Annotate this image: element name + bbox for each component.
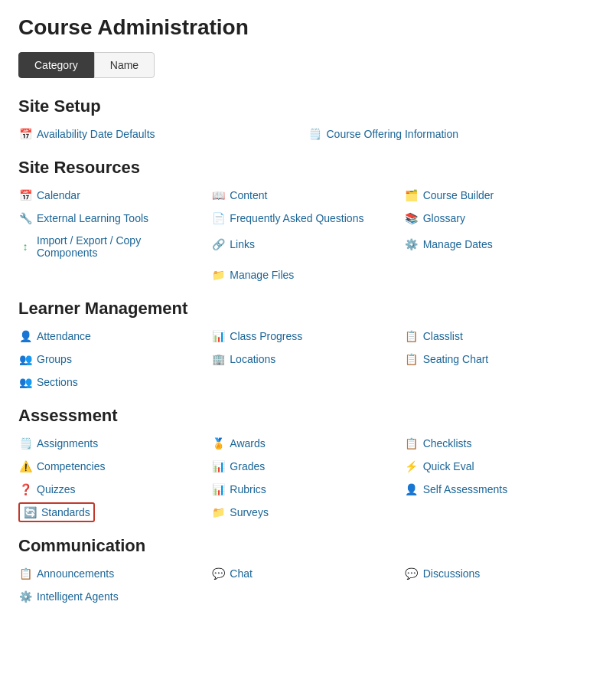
link-course-offering-information[interactable]: 🗒️ Course Offering Information xyxy=(308,124,598,144)
link-chat[interactable]: 💬 Chat xyxy=(211,564,404,583)
link-icon: 🔗 xyxy=(211,237,225,251)
link-label: Rubrics xyxy=(230,483,266,495)
link-standards[interactable]: 🔄 Standards xyxy=(18,502,95,522)
link-seating-chart[interactable]: 📋 Seating Chart xyxy=(405,349,598,369)
communication-grid: 📋 Announcements 💬 Chat 💬 Discussions ⚙️ … xyxy=(18,564,598,606)
link-competencies[interactable]: ⚠️ Competencies xyxy=(18,456,211,476)
link-intelligent-agents[interactable]: ⚙️ Intelligent Agents xyxy=(18,587,211,606)
link-links[interactable]: 🔗 Links xyxy=(211,234,404,254)
link-glossary[interactable]: 📚 Glossary xyxy=(405,208,598,228)
link-label: Discussions xyxy=(423,567,481,580)
link-grades[interactable]: 📊 Grades xyxy=(211,456,404,476)
link-label: Seating Chart xyxy=(423,353,489,365)
awards-icon: 🏅 xyxy=(211,436,225,450)
link-label: Self Assessments xyxy=(423,483,508,495)
faq-icon: 📄 xyxy=(211,211,225,225)
learner-management-grid: 👤 Attendance 📊 Class Progress 📋 Classlis… xyxy=(18,326,598,392)
link-label: Links xyxy=(230,238,255,250)
tab-category[interactable]: Category xyxy=(18,52,94,78)
site-setup-grid: 📅 Availability Date Defaults 🗒️ Course O… xyxy=(18,124,598,144)
link-course-builder[interactable]: 🗂️ Course Builder xyxy=(405,185,598,205)
link-label: Course Offering Information xyxy=(327,128,459,140)
link-attendance[interactable]: 👤 Attendance xyxy=(18,326,211,346)
quizzes-icon: ❓ xyxy=(18,482,32,496)
link-label: Checklists xyxy=(423,437,472,449)
tab-name[interactable]: Name xyxy=(94,52,155,78)
link-label: Surveys xyxy=(230,506,269,518)
locations-icon: 🏢 xyxy=(211,352,225,366)
link-label: Announcements xyxy=(37,567,114,580)
document-icon: 🗒️ xyxy=(308,127,322,141)
site-resources-grid: 📅 Calendar 📖 Content 🗂️ Course Builder 🔧… xyxy=(18,185,598,285)
attendance-icon: 👤 xyxy=(18,329,32,343)
section-heading-site-setup: Site Setup xyxy=(18,96,598,116)
link-class-progress[interactable]: 📊 Class Progress xyxy=(211,326,404,346)
announcements-icon: 📋 xyxy=(18,567,32,580)
link-classlist[interactable]: 📋 Classlist xyxy=(405,326,598,346)
link-faq[interactable]: 📄 Frequently Asked Questions xyxy=(211,208,404,228)
section-heading-site-resources: Site Resources xyxy=(18,158,598,178)
link-assignments[interactable]: 🗒️ Assignments xyxy=(18,433,211,453)
link-label: Quick Eval xyxy=(423,460,474,472)
link-quizzes[interactable]: ❓ Quizzes xyxy=(18,479,211,499)
folder-files-icon: 📁 xyxy=(211,268,225,282)
import-export-icon: ↕️ xyxy=(18,240,32,253)
section-heading-learner-management: Learner Management xyxy=(18,299,598,319)
link-label: Glossary xyxy=(423,212,465,224)
link-announcements[interactable]: 📋 Announcements xyxy=(18,564,211,583)
tab-bar: Category Name xyxy=(18,52,598,78)
link-rubrics[interactable]: 📊 Rubrics xyxy=(211,479,404,499)
gear-calendar-icon: ⚙️ xyxy=(405,237,419,251)
intelligent-agents-icon: ⚙️ xyxy=(18,590,32,603)
link-locations[interactable]: 🏢 Locations xyxy=(211,349,404,369)
link-availability-date-defaults[interactable]: 📅 Availability Date Defaults xyxy=(18,124,308,144)
link-quick-eval[interactable]: ⚡ Quick Eval xyxy=(405,456,598,476)
link-manage-dates[interactable]: ⚙️ Manage Dates xyxy=(405,234,598,254)
link-label: Manage Files xyxy=(230,269,294,281)
standards-icon: 🔄 xyxy=(23,505,37,519)
link-label: Attendance xyxy=(37,330,91,342)
link-label: Competencies xyxy=(37,460,106,472)
sections-icon: 👥 xyxy=(18,375,32,389)
glossary-icon: 📚 xyxy=(405,211,419,225)
quick-eval-icon: ⚡ xyxy=(405,459,419,473)
book-icon: 📖 xyxy=(211,188,225,202)
link-groups[interactable]: 👥 Groups xyxy=(18,349,211,369)
assignments-icon: 🗒️ xyxy=(18,436,32,450)
link-label: Quizzes xyxy=(37,483,76,495)
link-label: Intelligent Agents xyxy=(37,590,119,603)
section-heading-assessment: Assessment xyxy=(18,406,598,426)
link-sections[interactable]: 👥 Sections xyxy=(18,372,211,392)
link-content[interactable]: 📖 Content xyxy=(211,185,404,205)
discussions-icon: 💬 xyxy=(405,567,419,580)
link-calendar[interactable]: 📅 Calendar xyxy=(18,185,211,205)
grades-icon: 📊 xyxy=(211,459,225,473)
link-external-learning-tools[interactable]: 🔧 External Learning Tools xyxy=(18,208,211,228)
link-awards[interactable]: 🏅 Awards xyxy=(211,433,404,453)
link-label: Frequently Asked Questions xyxy=(230,212,363,224)
checklists-icon: 📋 xyxy=(405,436,419,450)
seating-chart-icon: 📋 xyxy=(405,352,419,366)
link-import-export-copy[interactable]: ↕️ Import / Export / CopyComponents xyxy=(18,231,211,262)
assessment-grid: 🗒️ Assignments 🏅 Awards 📋 Checklists ⚠️ … xyxy=(18,433,598,522)
link-label: Calendar xyxy=(37,189,80,201)
link-label: Assignments xyxy=(37,437,98,449)
competencies-icon: ⚠️ xyxy=(18,459,32,473)
chat-icon: 💬 xyxy=(211,567,225,580)
link-label: Class Progress xyxy=(230,330,302,342)
classlist-icon: 📋 xyxy=(405,329,419,343)
link-label: Import / Export / CopyComponents xyxy=(37,234,141,259)
groups-icon: 👥 xyxy=(18,352,32,366)
section-heading-communication: Communication xyxy=(18,536,598,556)
tools-icon: 🔧 xyxy=(18,211,32,225)
link-manage-files[interactable]: 📁 Manage Files xyxy=(211,265,404,285)
link-discussions[interactable]: 💬 Discussions xyxy=(405,564,598,583)
link-label: Manage Dates xyxy=(423,238,493,250)
link-label: External Learning Tools xyxy=(37,212,148,224)
link-label: Availability Date Defaults xyxy=(37,128,155,140)
link-label: Locations xyxy=(230,353,275,365)
link-checklists[interactable]: 📋 Checklists xyxy=(405,433,598,453)
link-surveys[interactable]: 📁 Surveys xyxy=(211,502,404,522)
folder-icon: 🗂️ xyxy=(405,188,419,202)
link-self-assessments[interactable]: 👤 Self Assessments xyxy=(405,479,598,499)
